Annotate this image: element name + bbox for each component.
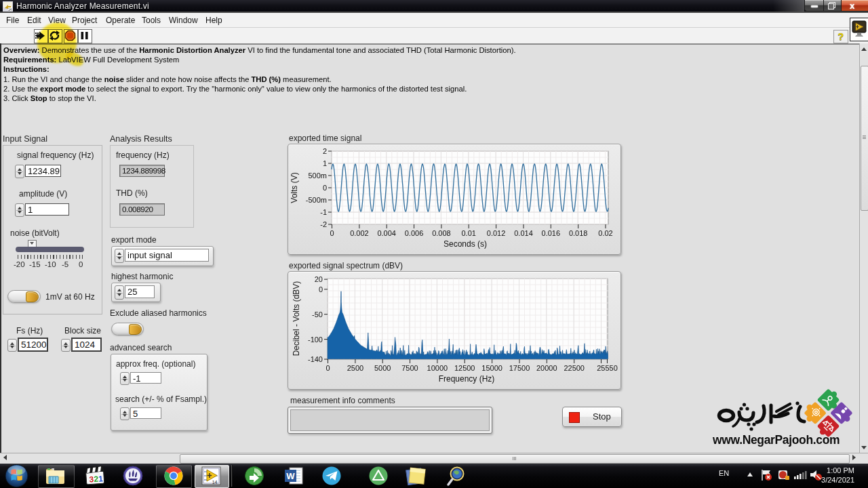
svg-text:0.02: 0.02 xyxy=(598,229,612,237)
svg-text:0.018: 0.018 xyxy=(569,229,588,237)
svg-text:0: 0 xyxy=(326,364,330,372)
svg-text:0: 0 xyxy=(323,184,327,192)
svg-text:0.014: 0.014 xyxy=(514,229,533,237)
svg-text:-500m: -500m xyxy=(306,196,327,204)
svg-text:14: 14 xyxy=(212,480,218,485)
svg-text:-1: -1 xyxy=(320,208,327,216)
svg-text:0.004: 0.004 xyxy=(377,229,396,237)
svg-text:12500: 12500 xyxy=(454,364,475,372)
svg-text:10000: 10000 xyxy=(427,364,448,372)
svg-text:0.012: 0.012 xyxy=(487,229,506,237)
svg-text:500m: 500m xyxy=(308,171,327,180)
svg-text:-140: -140 xyxy=(308,355,323,363)
svg-text:17500: 17500 xyxy=(509,364,530,372)
svg-text:W: W xyxy=(286,471,295,481)
svg-text:0.006: 0.006 xyxy=(405,229,424,237)
svg-text:2500: 2500 xyxy=(347,364,363,372)
svg-text:-100: -100 xyxy=(308,336,323,344)
svg-text:22500: 22500 xyxy=(564,364,585,372)
svg-text:20000: 20000 xyxy=(536,364,557,372)
svg-text:5000: 5000 xyxy=(374,364,391,372)
svg-text:1: 1 xyxy=(323,159,327,167)
svg-text:20: 20 xyxy=(315,275,323,283)
svg-text:-2: -2 xyxy=(320,220,327,228)
svg-text:Frequency (Hz): Frequency (Hz) xyxy=(439,374,495,384)
svg-text:-50: -50 xyxy=(312,310,323,319)
svg-text:0.002: 0.002 xyxy=(350,229,369,237)
svg-text:0.01: 0.01 xyxy=(461,229,475,237)
svg-text:Seconds (s): Seconds (s) xyxy=(443,239,487,249)
svg-text:0.008: 0.008 xyxy=(432,229,451,237)
svg-text:0.016: 0.016 xyxy=(542,229,561,237)
svg-text:0: 0 xyxy=(319,285,323,293)
svg-text:25550: 25550 xyxy=(597,364,618,372)
svg-text:14: 14 xyxy=(8,8,12,12)
svg-text:0: 0 xyxy=(330,229,334,237)
svg-text:Volts (V): Volts (V) xyxy=(290,172,299,203)
svg-text:2: 2 xyxy=(323,147,327,155)
svg-text:Decibel - Volts (dBV): Decibel - Volts (dBV) xyxy=(292,281,301,357)
svg-text:1: 1 xyxy=(98,474,104,483)
svg-text:15000: 15000 xyxy=(481,364,502,372)
svg-text:7500: 7500 xyxy=(401,364,418,372)
